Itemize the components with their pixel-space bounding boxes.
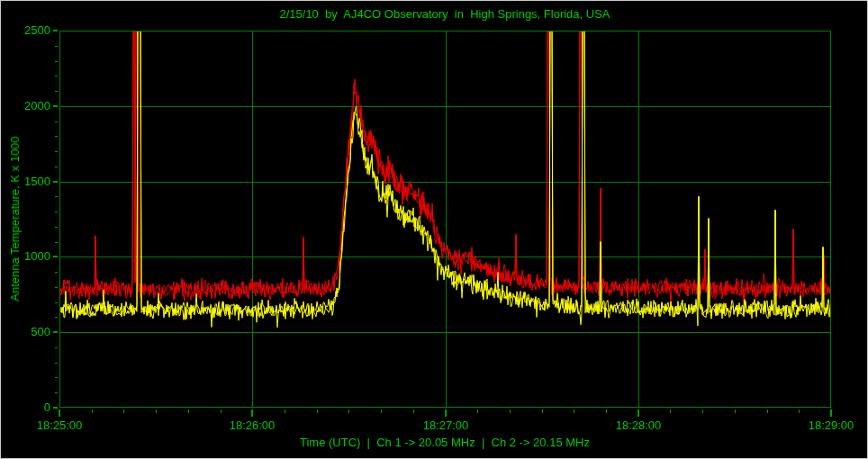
y-tick-label: 0 xyxy=(5,401,50,414)
x-tick-label: 18:29:00 xyxy=(800,419,863,432)
x-tick-label: 18:28:00 xyxy=(607,419,670,432)
y-tick-label: 1000 xyxy=(5,250,50,263)
x-tick-label: 18:25:00 xyxy=(28,419,91,432)
y-tick-label: 1500 xyxy=(5,176,50,188)
chart-plot-area xyxy=(1,1,868,459)
x-axis-label: Time (UTC) | Ch 1 -> 20.05 MHz | Ch 2 ->… xyxy=(59,436,831,449)
y-tick-label: 2500 xyxy=(5,24,50,37)
y-tick-label: 500 xyxy=(5,326,50,338)
chart-title: 2/15/10 by AJ4CO Observatory in High Spr… xyxy=(59,8,831,21)
x-tick-label: 18:27:00 xyxy=(414,419,477,432)
strip-chart-window: 2/15/10 by AJ4CO Observatory in High Spr… xyxy=(0,0,868,459)
y-axis-label: Antenna Temperature, K x 1000 xyxy=(9,136,22,301)
y-tick-label: 2000 xyxy=(5,100,50,112)
x-tick-label: 18:26:00 xyxy=(221,419,284,432)
